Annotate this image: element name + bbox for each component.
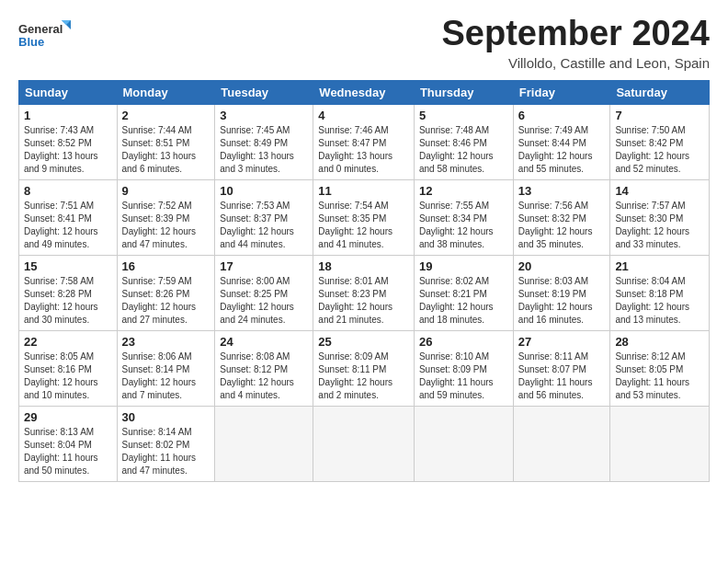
calendar-day-cell: 13Sunrise: 7:56 AMSunset: 8:32 PMDayligh… [513, 179, 610, 255]
daylight-text: Daylight: 12 hours and 10 minutes. [24, 377, 98, 400]
daylight-text: Daylight: 12 hours and 2 minutes. [318, 377, 392, 400]
day-info: Sunrise: 7:49 AMSunset: 8:44 PMDaylight:… [518, 124, 606, 176]
day-number: 15 [24, 259, 112, 273]
calendar-day-cell: 24Sunrise: 8:08 AMSunset: 8:12 PMDayligh… [215, 330, 313, 406]
header-wednesday: Wednesday [313, 80, 415, 104]
sunrise-text: Sunrise: 7:56 AM [518, 201, 588, 211]
sunset-text: Sunset: 8:35 PM [318, 213, 386, 224]
sunset-text: Sunset: 8:12 PM [220, 364, 288, 374]
day-number: 19 [419, 259, 508, 273]
logo: General Blue [18, 18, 74, 59]
calendar-day-cell: 17Sunrise: 8:00 AMSunset: 8:25 PMDayligh… [215, 255, 313, 330]
header-tuesday: Tuesday [215, 80, 313, 104]
sunrise-text: Sunrise: 8:08 AM [220, 351, 290, 362]
day-number: 23 [122, 335, 210, 349]
calendar-day-cell: 7Sunrise: 7:50 AMSunset: 8:42 PMDaylight… [610, 104, 710, 179]
day-info: Sunrise: 7:59 AMSunset: 8:26 PMDaylight:… [122, 275, 210, 327]
sunrise-text: Sunrise: 8:04 AM [615, 276, 685, 286]
daylight-text: Daylight: 12 hours and 18 minutes. [419, 302, 494, 325]
day-number: 28 [615, 335, 704, 349]
sunset-text: Sunset: 8:23 PM [318, 289, 386, 299]
calendar-week-row: 29Sunrise: 8:13 AMSunset: 8:04 PMDayligh… [19, 406, 710, 481]
sunrise-text: Sunrise: 7:53 AM [220, 201, 290, 211]
day-info: Sunrise: 8:11 AMSunset: 8:07 PMDaylight:… [518, 350, 606, 402]
calendar-day-cell [313, 406, 415, 481]
day-info: Sunrise: 7:54 AMSunset: 8:35 PMDaylight:… [318, 200, 409, 251]
day-number: 6 [518, 109, 606, 122]
calendar-day-cell: 26Sunrise: 8:10 AMSunset: 8:09 PMDayligh… [414, 330, 513, 406]
calendar-day-cell: 21Sunrise: 8:04 AMSunset: 8:18 PMDayligh… [610, 255, 710, 330]
sunset-text: Sunset: 8:16 PM [24, 364, 92, 374]
sunrise-text: Sunrise: 7:44 AM [122, 125, 192, 135]
calendar-week-row: 22Sunrise: 8:05 AMSunset: 8:16 PMDayligh… [19, 330, 710, 406]
sunset-text: Sunset: 8:26 PM [122, 289, 190, 299]
calendar-day-cell: 25Sunrise: 8:09 AMSunset: 8:11 PMDayligh… [313, 330, 415, 406]
day-number: 30 [122, 410, 210, 424]
daylight-text: Daylight: 12 hours and 49 minutes. [24, 226, 98, 249]
calendar-day-cell: 18Sunrise: 8:01 AMSunset: 8:23 PMDayligh… [313, 255, 415, 330]
sunset-text: Sunset: 8:04 PM [24, 440, 92, 450]
daylight-text: Daylight: 12 hours and 4 minutes. [220, 377, 294, 400]
daylight-text: Daylight: 11 hours and 59 minutes. [419, 377, 494, 400]
day-info: Sunrise: 8:14 AMSunset: 8:02 PMDaylight:… [122, 426, 210, 477]
sunset-text: Sunset: 8:44 PM [518, 138, 586, 148]
sunset-text: Sunset: 8:39 PM [122, 213, 190, 224]
calendar-day-cell: 5Sunrise: 7:48 AMSunset: 8:46 PMDaylight… [414, 104, 513, 179]
day-info: Sunrise: 7:56 AMSunset: 8:32 PMDaylight:… [518, 200, 606, 251]
day-number: 12 [419, 184, 508, 198]
calendar-day-cell: 3Sunrise: 7:45 AMSunset: 8:49 PMDaylight… [215, 104, 313, 179]
daylight-text: Daylight: 12 hours and 27 minutes. [122, 302, 197, 325]
day-info: Sunrise: 8:02 AMSunset: 8:21 PMDaylight:… [419, 275, 508, 327]
calendar-day-cell: 12Sunrise: 7:55 AMSunset: 8:34 PMDayligh… [414, 179, 513, 255]
daylight-text: Daylight: 12 hours and 33 minutes. [615, 226, 689, 249]
logo-svg: General Blue [18, 18, 74, 59]
sunset-text: Sunset: 8:05 PM [615, 364, 683, 374]
sunset-text: Sunset: 8:37 PM [220, 213, 288, 224]
sunrise-text: Sunrise: 7:43 AM [24, 125, 94, 135]
daylight-text: Daylight: 12 hours and 58 minutes. [419, 151, 494, 174]
day-info: Sunrise: 8:04 AMSunset: 8:18 PMDaylight:… [615, 275, 704, 327]
daylight-text: Daylight: 12 hours and 55 minutes. [518, 151, 593, 174]
sunset-text: Sunset: 8:34 PM [419, 213, 487, 224]
daylight-text: Daylight: 12 hours and 16 minutes. [518, 302, 593, 325]
day-number: 8 [24, 184, 112, 198]
daylight-text: Daylight: 13 hours and 3 minutes. [220, 151, 294, 174]
sunrise-text: Sunrise: 8:00 AM [220, 276, 290, 286]
sunrise-text: Sunrise: 7:59 AM [122, 276, 192, 286]
calendar-day-cell: 20Sunrise: 8:03 AMSunset: 8:19 PMDayligh… [513, 255, 610, 330]
daylight-text: Daylight: 11 hours and 56 minutes. [518, 377, 593, 400]
sunset-text: Sunset: 8:28 PM [24, 289, 92, 299]
day-info: Sunrise: 8:10 AMSunset: 8:09 PMDaylight:… [419, 350, 508, 402]
day-info: Sunrise: 7:58 AMSunset: 8:28 PMDaylight:… [24, 275, 112, 327]
calendar-week-row: 15Sunrise: 7:58 AMSunset: 8:28 PMDayligh… [19, 255, 710, 330]
sunrise-text: Sunrise: 8:06 AM [122, 351, 192, 362]
sunrise-text: Sunrise: 7:54 AM [318, 201, 388, 211]
day-number: 1 [24, 109, 112, 122]
day-number: 10 [220, 184, 308, 198]
day-info: Sunrise: 8:01 AMSunset: 8:23 PMDaylight:… [318, 275, 409, 327]
calendar-day-cell: 9Sunrise: 7:52 AMSunset: 8:39 PMDaylight… [117, 179, 215, 255]
day-number: 21 [615, 259, 704, 273]
sunrise-text: Sunrise: 7:51 AM [24, 201, 94, 211]
day-info: Sunrise: 8:08 AMSunset: 8:12 PMDaylight:… [220, 350, 308, 402]
sunrise-text: Sunrise: 7:57 AM [615, 201, 685, 211]
daylight-text: Daylight: 12 hours and 30 minutes. [24, 302, 98, 325]
day-number: 3 [220, 109, 308, 122]
weekday-header-row: Sunday Monday Tuesday Wednesday Thursday… [19, 80, 710, 104]
daylight-text: Daylight: 11 hours and 47 minutes. [122, 453, 197, 476]
header: General Blue September 2024 Villoldo, Ca… [18, 15, 710, 71]
day-info: Sunrise: 7:45 AMSunset: 8:49 PMDaylight:… [220, 124, 308, 176]
daylight-text: Daylight: 12 hours and 41 minutes. [318, 226, 392, 249]
calendar-week-row: 8Sunrise: 7:51 AMSunset: 8:41 PMDaylight… [19, 179, 710, 255]
sunrise-text: Sunrise: 7:48 AM [419, 125, 489, 135]
daylight-text: Daylight: 12 hours and 13 minutes. [615, 302, 689, 325]
day-info: Sunrise: 7:43 AMSunset: 8:52 PMDaylight:… [24, 124, 112, 176]
daylight-text: Daylight: 12 hours and 47 minutes. [122, 226, 197, 249]
day-info: Sunrise: 7:46 AMSunset: 8:47 PMDaylight:… [318, 124, 409, 176]
calendar-day-cell: 1Sunrise: 7:43 AMSunset: 8:52 PMDaylight… [19, 104, 118, 179]
sunset-text: Sunset: 8:32 PM [518, 213, 586, 224]
calendar-day-cell: 6Sunrise: 7:49 AMSunset: 8:44 PMDaylight… [513, 104, 610, 179]
calendar-day-cell: 16Sunrise: 7:59 AMSunset: 8:26 PMDayligh… [117, 255, 215, 330]
sunset-text: Sunset: 8:02 PM [122, 440, 190, 450]
day-number: 17 [220, 259, 308, 273]
